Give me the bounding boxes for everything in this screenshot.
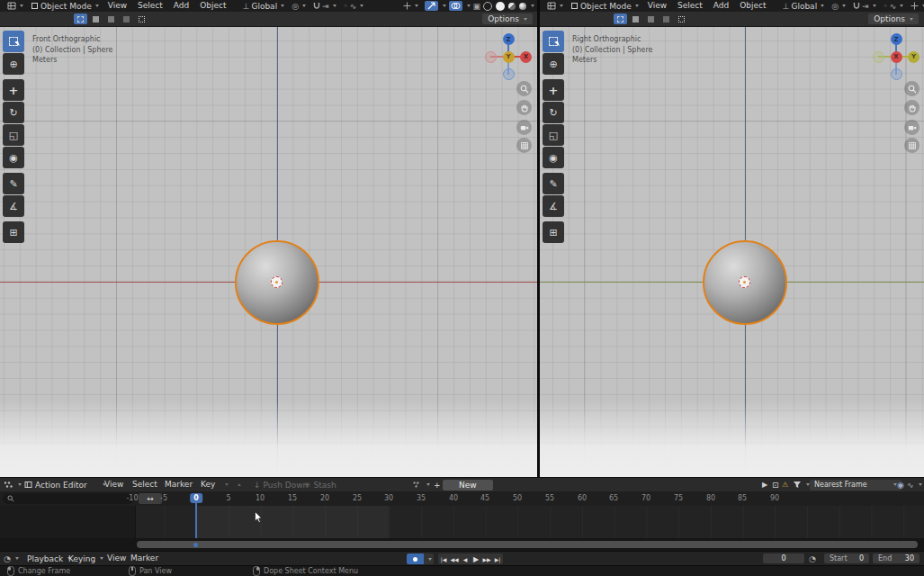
select-mode-subtract[interactable]: [644, 14, 658, 24]
zoom-button[interactable]: [516, 81, 532, 96]
normalize-toggle[interactable]: ⊡: [772, 478, 779, 491]
action-editor-mode-dropdown[interactable]: Action Editor: [24, 478, 106, 491]
layer-down-button[interactable]: [223, 478, 229, 491]
gizmo-minus-z-ball[interactable]: [503, 68, 515, 80]
select-mode-extend[interactable]: [629, 14, 642, 24]
end-frame-field[interactable]: End 30: [873, 554, 920, 563]
menu-keying[interactable]: Keying: [68, 552, 103, 565]
show-overlays-toggle[interactable]: [449, 1, 462, 11]
scrollbar-handle[interactable]: [137, 541, 918, 548]
xray-toggle[interactable]: ▣: [472, 2, 480, 11]
select-mode-extend[interactable]: [89, 14, 103, 24]
navigation-gizmo[interactable]: Z X Y: [485, 33, 532, 80]
use-preview-range-button[interactable]: ◔: [809, 552, 816, 565]
toggle-ortho-button[interactable]: [516, 138, 532, 153]
menu-add[interactable]: Add: [168, 0, 194, 12]
gizmo-x-ball[interactable]: X: [520, 51, 532, 63]
select-mode-subtract[interactable]: [104, 14, 118, 24]
tool-transform[interactable]: ◉: [3, 147, 24, 168]
select-mode-set[interactable]: [614, 14, 627, 24]
shading-rendered-button[interactable]: [519, 3, 526, 10]
auto-keying-toggle[interactable]: [407, 554, 424, 564]
editor-type-button[interactable]: [4, 2, 27, 10]
jump-to-end-button[interactable]: ▶|: [492, 554, 503, 564]
gizmo-minus-z-ball[interactable]: [891, 68, 902, 80]
tool-add-cube[interactable]: ⊞: [3, 221, 24, 243]
tool-scale[interactable]: ◱: [3, 124, 24, 146]
playhead-line[interactable]: [195, 500, 197, 538]
gizmos-dropdown[interactable]: [907, 2, 924, 10]
select-mode-intersect[interactable]: [675, 14, 688, 24]
menu-view[interactable]: View: [99, 478, 129, 491]
toggle-ortho-button[interactable]: [904, 138, 920, 153]
menu-select[interactable]: Select: [132, 0, 168, 12]
menu-playback[interactable]: Playback: [27, 552, 71, 565]
tool-measure[interactable]: ∡: [543, 195, 564, 217]
play-button[interactable]: ▶: [471, 554, 481, 564]
action-browse-dropdown[interactable]: [412, 478, 430, 491]
options-button[interactable]: Options: [482, 14, 533, 24]
menu-select[interactable]: Select: [672, 0, 708, 12]
tool-add-cube[interactable]: ⊞: [543, 221, 564, 243]
gizmo-z-ball[interactable]: Z: [503, 33, 515, 45]
tool-rotate[interactable]: ↻: [543, 102, 564, 123]
gizmo-minus-x-ball[interactable]: [485, 51, 497, 63]
menu-key[interactable]: Key: [195, 478, 220, 491]
menu-add[interactable]: Add: [708, 0, 734, 12]
zoom-handle-button[interactable]: ↔: [139, 493, 162, 504]
gizmo-x-ball[interactable]: X: [891, 51, 902, 63]
proportional-editing-toggle[interactable]: ◉: [897, 478, 904, 491]
viewport-canvas-right[interactable]: Right Orthographic (0) Collection | Sphe…: [540, 27, 924, 477]
gizmo-minus-y-ball[interactable]: [873, 51, 884, 63]
snap-dropdown[interactable]: ⇥: [309, 2, 340, 11]
editor-type-button[interactable]: [4, 478, 22, 491]
tool-move[interactable]: +: [543, 79, 564, 101]
gizmo-y-ball[interactable]: Y: [908, 51, 920, 63]
filter-dropdown[interactable]: [793, 478, 810, 491]
start-frame-field[interactable]: Start 0: [824, 554, 869, 563]
prev-keyframe-button[interactable]: ◀◀: [449, 554, 460, 564]
tool-cursor[interactable]: ⊕: [3, 53, 24, 75]
menu-marker[interactable]: Marker: [159, 478, 198, 491]
shading-solid-button[interactable]: [496, 2, 505, 11]
proportional-editing-dropdown[interactable]: ◦ ∿: [340, 2, 368, 11]
falloff-dropdown[interactable]: ∿: [907, 478, 922, 491]
tool-rotate[interactable]: ↻: [3, 102, 24, 123]
select-mode-invert[interactable]: [659, 14, 673, 24]
transform-orientation-dropdown[interactable]: ⊥ Global: [779, 2, 829, 11]
tool-annotate[interactable]: ✎: [543, 173, 564, 194]
editor-type-button[interactable]: [543, 2, 567, 10]
proportional-editing-dropdown[interactable]: ◦ ∿: [880, 2, 908, 11]
object-mode-dropdown[interactable]: Object Mode: [567, 2, 642, 11]
select-mode-set[interactable]: [74, 14, 87, 24]
push-down-button[interactable]: ↓ Push Down: [254, 478, 308, 491]
auto-keying-dropdown[interactable]: [424, 554, 434, 564]
menu-object[interactable]: Object: [734, 0, 771, 12]
snap-dropdown[interactable]: ⇥: [849, 2, 880, 11]
show-gizmos-toggle[interactable]: [425, 1, 438, 11]
pan-button[interactable]: [516, 100, 532, 115]
jump-to-start-button[interactable]: |◀: [438, 554, 449, 564]
shading-wireframe-button[interactable]: [483, 2, 492, 11]
current-frame-badge[interactable]: 0: [190, 493, 202, 503]
horizontal-scrollbar[interactable]: [0, 538, 924, 551]
current-frame-field[interactable]: 0: [763, 554, 804, 563]
tool-measure[interactable]: ∡: [3, 195, 24, 217]
editor-type-button[interactable]: ◔: [4, 552, 19, 565]
tool-select-box[interactable]: [543, 31, 564, 52]
tool-annotate[interactable]: ✎: [3, 173, 24, 194]
gizmo-y-ball[interactable]: Y: [503, 51, 515, 63]
transform-orientation-dropdown[interactable]: ⊥ Global: [239, 2, 289, 11]
snap-mode-dropdown[interactable]: Nearest Frame: [810, 478, 902, 491]
playhead-sync-toggle[interactable]: ▶: [762, 478, 767, 491]
camera-view-button[interactable]: [904, 120, 920, 135]
gizmos-dropdown[interactable]: [399, 2, 422, 10]
tool-scale[interactable]: ◱: [543, 124, 564, 146]
dopesheet-ruler[interactable]: ↔ -10 -5 5 10 15 20 25 30 35 40 45 50 55…: [0, 491, 924, 506]
object-mode-dropdown[interactable]: Object Mode: [27, 2, 103, 11]
pan-button[interactable]: [904, 100, 920, 115]
zoom-button[interactable]: [904, 81, 920, 96]
shading-material-button[interactable]: [508, 3, 516, 10]
channel-list-region[interactable]: [0, 506, 136, 538]
pivot-point-dropdown[interactable]: ◎: [828, 2, 849, 11]
